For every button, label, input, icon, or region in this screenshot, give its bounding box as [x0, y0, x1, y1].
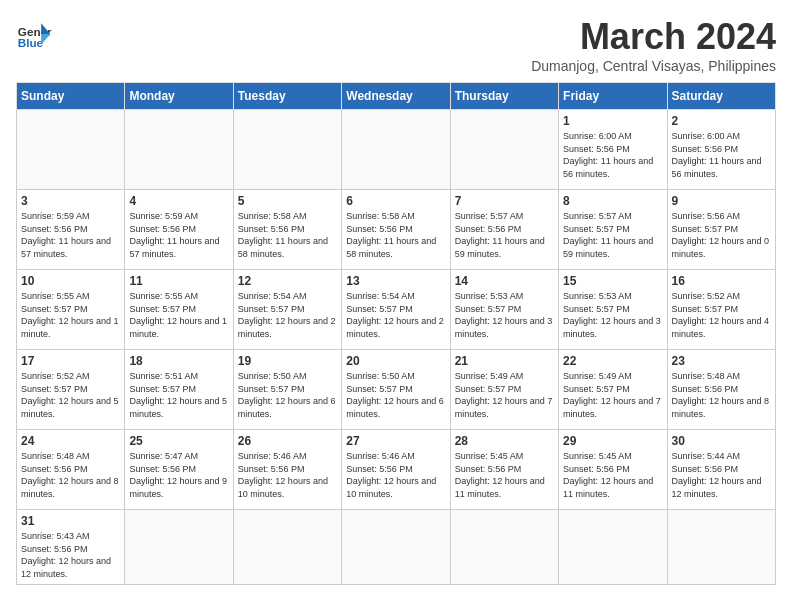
day-number: 23	[672, 354, 771, 368]
calendar-cell: 6Sunrise: 5:58 AM Sunset: 5:56 PM Daylig…	[342, 190, 450, 270]
day-number: 24	[21, 434, 120, 448]
calendar-cell: 14Sunrise: 5:53 AM Sunset: 5:57 PM Dayli…	[450, 270, 558, 350]
day-info: Sunrise: 5:52 AM Sunset: 5:57 PM Dayligh…	[672, 290, 771, 340]
header-cell-saturday: Saturday	[667, 83, 775, 110]
day-number: 11	[129, 274, 228, 288]
calendar-header: SundayMondayTuesdayWednesdayThursdayFrid…	[17, 83, 776, 110]
day-info: Sunrise: 5:58 AM Sunset: 5:56 PM Dayligh…	[238, 210, 337, 260]
calendar-week-row: 10Sunrise: 5:55 AM Sunset: 5:57 PM Dayli…	[17, 270, 776, 350]
day-number: 25	[129, 434, 228, 448]
day-number: 27	[346, 434, 445, 448]
day-number: 2	[672, 114, 771, 128]
day-info: Sunrise: 5:46 AM Sunset: 5:56 PM Dayligh…	[238, 450, 337, 500]
day-info: Sunrise: 5:59 AM Sunset: 5:56 PM Dayligh…	[21, 210, 120, 260]
day-info: Sunrise: 5:55 AM Sunset: 5:57 PM Dayligh…	[129, 290, 228, 340]
calendar-cell: 30Sunrise: 5:44 AM Sunset: 5:56 PM Dayli…	[667, 430, 775, 510]
day-number: 8	[563, 194, 662, 208]
calendar-cell: 19Sunrise: 5:50 AM Sunset: 5:57 PM Dayli…	[233, 350, 341, 430]
day-number: 13	[346, 274, 445, 288]
day-info: Sunrise: 5:48 AM Sunset: 5:56 PM Dayligh…	[672, 370, 771, 420]
calendar-cell: 13Sunrise: 5:54 AM Sunset: 5:57 PM Dayli…	[342, 270, 450, 350]
header: General Blue March 2024 Dumanjog, Centra…	[16, 16, 776, 74]
day-info: Sunrise: 5:45 AM Sunset: 5:56 PM Dayligh…	[563, 450, 662, 500]
day-number: 12	[238, 274, 337, 288]
calendar-cell: 26Sunrise: 5:46 AM Sunset: 5:56 PM Dayli…	[233, 430, 341, 510]
header-cell-monday: Monday	[125, 83, 233, 110]
day-info: Sunrise: 5:49 AM Sunset: 5:57 PM Dayligh…	[455, 370, 554, 420]
calendar-cell	[342, 510, 450, 585]
day-number: 16	[672, 274, 771, 288]
calendar-cell: 17Sunrise: 5:52 AM Sunset: 5:57 PM Dayli…	[17, 350, 125, 430]
calendar-cell	[125, 510, 233, 585]
calendar-body: 1Sunrise: 6:00 AM Sunset: 5:56 PM Daylig…	[17, 110, 776, 585]
calendar-cell: 16Sunrise: 5:52 AM Sunset: 5:57 PM Dayli…	[667, 270, 775, 350]
day-info: Sunrise: 5:48 AM Sunset: 5:56 PM Dayligh…	[21, 450, 120, 500]
calendar-table: SundayMondayTuesdayWednesdayThursdayFrid…	[16, 82, 776, 585]
calendar-cell	[342, 110, 450, 190]
calendar-cell: 12Sunrise: 5:54 AM Sunset: 5:57 PM Dayli…	[233, 270, 341, 350]
svg-text:Blue: Blue	[18, 36, 44, 49]
calendar-cell: 5Sunrise: 5:58 AM Sunset: 5:56 PM Daylig…	[233, 190, 341, 270]
day-number: 14	[455, 274, 554, 288]
day-info: Sunrise: 5:49 AM Sunset: 5:57 PM Dayligh…	[563, 370, 662, 420]
day-info: Sunrise: 5:44 AM Sunset: 5:56 PM Dayligh…	[672, 450, 771, 500]
calendar-cell: 4Sunrise: 5:59 AM Sunset: 5:56 PM Daylig…	[125, 190, 233, 270]
day-number: 17	[21, 354, 120, 368]
calendar-cell	[559, 510, 667, 585]
calendar-week-row: 24Sunrise: 5:48 AM Sunset: 5:56 PM Dayli…	[17, 430, 776, 510]
day-info: Sunrise: 5:43 AM Sunset: 5:56 PM Dayligh…	[21, 530, 120, 580]
calendar-cell: 10Sunrise: 5:55 AM Sunset: 5:57 PM Dayli…	[17, 270, 125, 350]
day-number: 19	[238, 354, 337, 368]
calendar-cell: 3Sunrise: 5:59 AM Sunset: 5:56 PM Daylig…	[17, 190, 125, 270]
calendar-cell: 11Sunrise: 5:55 AM Sunset: 5:57 PM Dayli…	[125, 270, 233, 350]
calendar-cell: 2Sunrise: 6:00 AM Sunset: 5:56 PM Daylig…	[667, 110, 775, 190]
day-number: 20	[346, 354, 445, 368]
logo-icon: General Blue	[16, 16, 52, 52]
day-number: 7	[455, 194, 554, 208]
calendar-cell: 8Sunrise: 5:57 AM Sunset: 5:57 PM Daylig…	[559, 190, 667, 270]
day-number: 28	[455, 434, 554, 448]
calendar-cell: 18Sunrise: 5:51 AM Sunset: 5:57 PM Dayli…	[125, 350, 233, 430]
calendar-cell: 22Sunrise: 5:49 AM Sunset: 5:57 PM Dayli…	[559, 350, 667, 430]
day-info: Sunrise: 6:00 AM Sunset: 5:56 PM Dayligh…	[563, 130, 662, 180]
calendar-cell: 20Sunrise: 5:50 AM Sunset: 5:57 PM Dayli…	[342, 350, 450, 430]
calendar-cell: 31Sunrise: 5:43 AM Sunset: 5:56 PM Dayli…	[17, 510, 125, 585]
calendar-cell: 23Sunrise: 5:48 AM Sunset: 5:56 PM Dayli…	[667, 350, 775, 430]
day-number: 29	[563, 434, 662, 448]
calendar-week-row: 17Sunrise: 5:52 AM Sunset: 5:57 PM Dayli…	[17, 350, 776, 430]
calendar-cell	[450, 510, 558, 585]
calendar-cell: 7Sunrise: 5:57 AM Sunset: 5:56 PM Daylig…	[450, 190, 558, 270]
day-info: Sunrise: 5:53 AM Sunset: 5:57 PM Dayligh…	[563, 290, 662, 340]
day-number: 21	[455, 354, 554, 368]
day-number: 22	[563, 354, 662, 368]
day-number: 18	[129, 354, 228, 368]
header-row: SundayMondayTuesdayWednesdayThursdayFrid…	[17, 83, 776, 110]
header-cell-tuesday: Tuesday	[233, 83, 341, 110]
calendar-cell	[125, 110, 233, 190]
calendar-cell: 15Sunrise: 5:53 AM Sunset: 5:57 PM Dayli…	[559, 270, 667, 350]
calendar-week-row: 31Sunrise: 5:43 AM Sunset: 5:56 PM Dayli…	[17, 510, 776, 585]
calendar-cell	[233, 110, 341, 190]
logo: General Blue	[16, 16, 52, 52]
day-info: Sunrise: 5:50 AM Sunset: 5:57 PM Dayligh…	[238, 370, 337, 420]
day-info: Sunrise: 5:58 AM Sunset: 5:56 PM Dayligh…	[346, 210, 445, 260]
calendar-cell: 1Sunrise: 6:00 AM Sunset: 5:56 PM Daylig…	[559, 110, 667, 190]
calendar-cell: 21Sunrise: 5:49 AM Sunset: 5:57 PM Dayli…	[450, 350, 558, 430]
calendar-cell: 25Sunrise: 5:47 AM Sunset: 5:56 PM Dayli…	[125, 430, 233, 510]
calendar-cell: 28Sunrise: 5:45 AM Sunset: 5:56 PM Dayli…	[450, 430, 558, 510]
calendar-cell	[233, 510, 341, 585]
title-area: March 2024 Dumanjog, Central Visayas, Ph…	[531, 16, 776, 74]
day-info: Sunrise: 5:45 AM Sunset: 5:56 PM Dayligh…	[455, 450, 554, 500]
header-cell-sunday: Sunday	[17, 83, 125, 110]
day-number: 6	[346, 194, 445, 208]
day-number: 30	[672, 434, 771, 448]
calendar-title: March 2024	[531, 16, 776, 58]
day-number: 10	[21, 274, 120, 288]
calendar-week-row: 1Sunrise: 6:00 AM Sunset: 5:56 PM Daylig…	[17, 110, 776, 190]
calendar-cell: 27Sunrise: 5:46 AM Sunset: 5:56 PM Dayli…	[342, 430, 450, 510]
day-number: 26	[238, 434, 337, 448]
day-info: Sunrise: 5:47 AM Sunset: 5:56 PM Dayligh…	[129, 450, 228, 500]
calendar-subtitle: Dumanjog, Central Visayas, Philippines	[531, 58, 776, 74]
day-info: Sunrise: 6:00 AM Sunset: 5:56 PM Dayligh…	[672, 130, 771, 180]
day-number: 4	[129, 194, 228, 208]
